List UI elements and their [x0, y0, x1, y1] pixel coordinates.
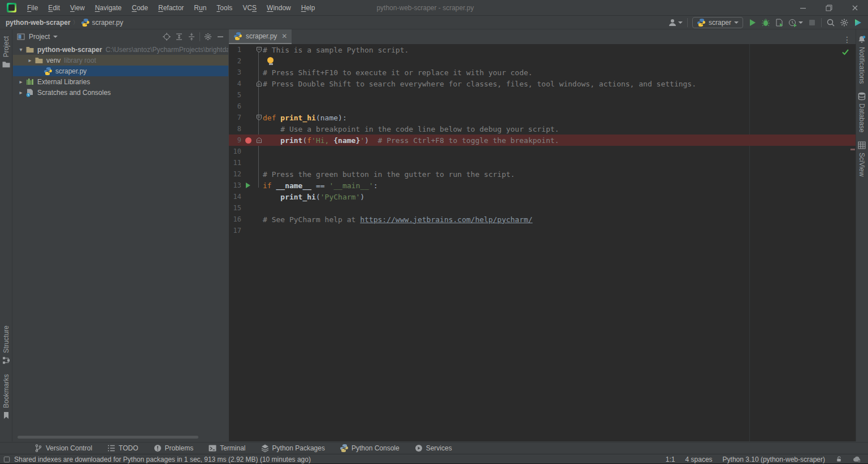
restore-button[interactable] — [816, 0, 842, 16]
stripe-button-project[interactable]: Project — [2, 36, 11, 69]
chevron-right-icon[interactable]: ▸ — [16, 79, 25, 85]
menu-tools[interactable]: Tools — [211, 0, 237, 16]
stripe-button-notifications[interactable]: Notifications — [857, 35, 866, 84]
stripe-button-bookmarks[interactable]: Bookmarks — [2, 374, 11, 420]
chevron-right-icon[interactable]: ▸ — [25, 57, 34, 63]
tree-item-python-web-scraper[interactable]: ▾python-web-scraperC:\Users\antoz\Pychar… — [13, 44, 228, 55]
code-line-11[interactable]: 11 — [229, 157, 856, 168]
status-message[interactable]: Shared indexes are downloaded for Python… — [14, 456, 311, 463]
search-everywhere-icon[interactable] — [826, 18, 835, 27]
code-line-2[interactable]: 2 — [229, 55, 856, 67]
code-editor[interactable]: 1# This is a sample Python script.23# Pr… — [229, 44, 856, 441]
tree-item-external-libraries[interactable]: ▸External Libraries — [13, 76, 228, 87]
tool-window-button-pyconsole[interactable]: Python Console — [340, 444, 400, 453]
menu-window[interactable]: Window — [262, 0, 296, 16]
run-with-coverage-button[interactable] — [775, 18, 784, 27]
menu-code[interactable]: Code — [127, 0, 153, 16]
code-line-9[interactable]: 9 print(f'Hi, {name}') # Press Ctrl+F8 t… — [229, 135, 856, 146]
code-with-me-user-button[interactable] — [668, 18, 683, 27]
code-line-1[interactable]: 1# This is a sample Python script. — [229, 44, 856, 55]
event-log-icon[interactable] — [3, 456, 10, 463]
menu-navigate[interactable]: Navigate — [90, 0, 127, 16]
code-line-13[interactable]: 13if __name__ == '__main__': — [229, 180, 856, 191]
code-token: # Press Double Shift to search everywher… — [263, 80, 696, 88]
debug-button[interactable] — [761, 18, 770, 27]
chevron-down-icon[interactable]: ▾ — [16, 46, 25, 53]
menu-help[interactable]: Help — [296, 0, 320, 16]
tool-window-button-services[interactable]: Services — [414, 444, 452, 453]
indent-setting[interactable]: 4 spaces — [685, 456, 713, 463]
hide-panel-button[interactable] — [216, 32, 225, 41]
code-line-8[interactable]: 8 # Use a breakpoint in the code line be… — [229, 123, 856, 135]
chevron-down-icon[interactable] — [53, 36, 58, 38]
tree-item-scraper-py[interactable]: scraper.py — [13, 66, 228, 76]
run-configuration-select[interactable]: scraper — [692, 17, 743, 28]
menu-file[interactable]: File — [22, 0, 43, 16]
tab-close-icon[interactable]: ✕ — [281, 32, 287, 40]
menu-vcs[interactable]: VCS — [237, 0, 262, 16]
tool-window-button-vcs[interactable]: Version Control — [34, 444, 92, 453]
code-token — [263, 193, 280, 201]
horizontal-scrollbar[interactable] — [18, 436, 198, 439]
code-line-12[interactable]: 12# Press the green button in the gutter… — [229, 168, 856, 180]
code-line-7[interactable]: 7def print_hi(name): — [229, 112, 856, 123]
inspection-ok-icon[interactable] — [841, 47, 850, 57]
code-token: '__main__' — [329, 181, 373, 190]
breadcrumb-file[interactable]: scraper.py — [92, 19, 123, 27]
shared-indexes-icon[interactable] — [853, 456, 861, 463]
plugin-logo-icon[interactable] — [853, 18, 862, 27]
panel-options-gear-icon[interactable] — [203, 32, 212, 41]
intention-bulb-icon[interactable] — [267, 57, 274, 65]
code-token: 'Hi, — [311, 136, 333, 145]
tool-window-button-packages[interactable]: Python Packages — [261, 444, 325, 453]
tree-item-scratches-and-consoles[interactable]: ▸Scratches and Consoles — [13, 87, 228, 98]
breakpoint-icon[interactable] — [241, 137, 255, 144]
fold-marker-end-icon[interactable] — [255, 137, 263, 143]
run-gutter-icon[interactable] — [241, 183, 255, 188]
caret-position[interactable]: 1:1 — [666, 456, 675, 463]
run-line-icon[interactable] — [246, 183, 250, 188]
fold-marker-start-icon[interactable] — [255, 115, 263, 120]
fold-marker-end-icon[interactable] — [255, 81, 263, 86]
expand-all-button[interactable] — [175, 32, 184, 41]
minimize-button[interactable] — [790, 0, 816, 16]
code-line-17[interactable]: 17 — [229, 225, 856, 236]
breakpoint-dot-icon[interactable] — [245, 137, 251, 144]
locate-file-button[interactable] — [162, 32, 171, 41]
code-line-5[interactable]: 5 — [229, 89, 856, 101]
code-line-3[interactable]: 3# Press Shift+F10 to execute it or repl… — [229, 67, 856, 78]
stripe-button-sciview[interactable]: SciView — [857, 141, 866, 176]
code-line-10[interactable]: 10 — [229, 146, 856, 157]
tool-window-button-todo[interactable]: TODO — [107, 444, 138, 453]
tree-item-venv[interactable]: ▸venvlibrary root — [13, 55, 228, 66]
code-line-16[interactable]: 16# See PyCharm help at https://www.jetb… — [229, 214, 856, 225]
code-line-14[interactable]: 14 print_hi('PyCharm') — [229, 191, 856, 202]
menu-edit[interactable]: Edit — [43, 0, 65, 16]
menu-refactor[interactable]: Refactor — [153, 0, 189, 16]
project-view-selector[interactable]: Project — [29, 33, 50, 41]
close-button[interactable] — [842, 0, 868, 16]
stripe-button-database[interactable]: Database — [857, 92, 866, 132]
code-line-15[interactable]: 15 — [229, 202, 856, 214]
line-number: 17 — [229, 227, 241, 235]
tool-window-button-terminal[interactable]: Terminal — [208, 444, 245, 453]
code-token: : — [374, 181, 378, 190]
profiler-button[interactable] — [788, 18, 803, 27]
tab-scraper-py[interactable]: scraper.py ✕ — [229, 29, 292, 44]
interpreter-setting[interactable]: Python 3.10 (python-web-scraper) — [723, 456, 825, 463]
notifications-icon — [857, 35, 866, 44]
menu-run[interactable]: Run — [189, 0, 211, 16]
menu-view[interactable]: View — [65, 0, 90, 16]
collapse-all-button[interactable] — [187, 32, 196, 41]
fold-marker-start-icon[interactable] — [255, 47, 263, 53]
breadcrumb-project[interactable]: python-web-scraper — [6, 19, 71, 27]
tool-window-button-problems[interactable]: Problems — [153, 444, 194, 453]
run-button[interactable] — [748, 18, 757, 27]
code-line-6[interactable]: 6 — [229, 101, 856, 112]
chevron-right-icon[interactable]: ▸ — [16, 89, 25, 96]
unlock-icon[interactable] — [835, 456, 843, 463]
settings-gear-icon[interactable] — [840, 18, 849, 27]
stripe-button-structure[interactable]: Structure — [2, 326, 11, 365]
editor-options-kebab-icon[interactable]: ⋮ — [839, 35, 856, 44]
code-line-4[interactable]: 4# Press Double Shift to search everywhe… — [229, 78, 856, 89]
